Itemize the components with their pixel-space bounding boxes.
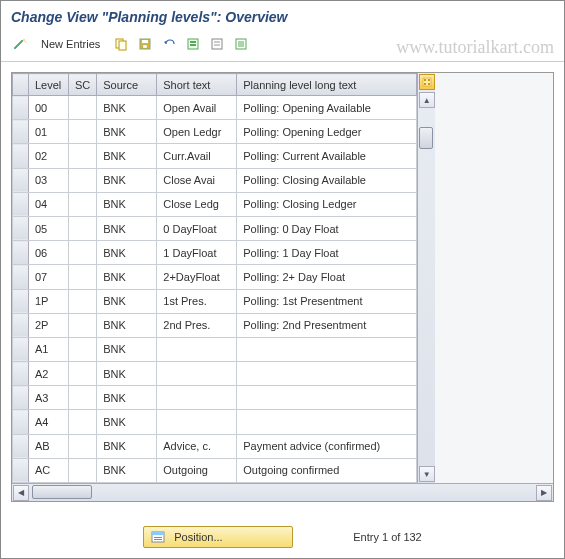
cell-sc[interactable] — [69, 337, 97, 361]
cell-level[interactable]: 07 — [29, 265, 69, 289]
cell-source[interactable]: BNK — [97, 313, 157, 337]
scroll-thumb-vertical[interactable] — [419, 127, 433, 149]
cell-long[interactable]: Polling: 1 Day Float — [237, 241, 417, 265]
row-selector-header[interactable] — [13, 74, 29, 96]
cell-short[interactable]: 1st Pres. — [157, 289, 237, 313]
cell-source[interactable]: BNK — [97, 362, 157, 386]
row-selector[interactable] — [13, 241, 29, 265]
cell-long[interactable]: Outgoing confirmed — [237, 458, 417, 482]
table-row[interactable]: 04BNKClose LedgPolling: Closing Ledger — [13, 192, 417, 216]
cell-short[interactable]: Open Ledgr — [157, 120, 237, 144]
cell-source[interactable]: BNK — [97, 144, 157, 168]
cell-sc[interactable] — [69, 289, 97, 313]
row-selector[interactable] — [13, 144, 29, 168]
cell-source[interactable]: BNK — [97, 410, 157, 434]
cell-sc[interactable] — [69, 120, 97, 144]
cell-source[interactable]: BNK — [97, 216, 157, 240]
cell-long[interactable]: Polling: Opening Available — [237, 96, 417, 120]
cell-level[interactable]: 2P — [29, 313, 69, 337]
table-row[interactable]: ABBNKAdvice, c.Payment advice (confirmed… — [13, 434, 417, 458]
table-row[interactable]: 02BNKCurr.AvailPolling: Current Availabl… — [13, 144, 417, 168]
cell-level[interactable]: 06 — [29, 241, 69, 265]
cell-sc[interactable] — [69, 434, 97, 458]
list-icon[interactable] — [232, 35, 250, 53]
table-row[interactable]: 05BNK0 DayFloatPolling: 0 Day Float — [13, 216, 417, 240]
cell-short[interactable] — [157, 410, 237, 434]
cell-short[interactable]: 2+DayFloat — [157, 265, 237, 289]
cell-long[interactable] — [237, 410, 417, 434]
scroll-right-icon[interactable]: ▶ — [536, 485, 552, 501]
cell-level[interactable]: A1 — [29, 337, 69, 361]
row-selector[interactable] — [13, 192, 29, 216]
table-row[interactable]: A4BNK — [13, 410, 417, 434]
cell-short[interactable]: 1 DayFloat — [157, 241, 237, 265]
cell-sc[interactable] — [69, 216, 97, 240]
position-button[interactable]: Position... — [143, 526, 293, 548]
table-row[interactable]: 2PBNK2nd Pres.Polling: 2nd Presentment — [13, 313, 417, 337]
cell-short[interactable]: 0 DayFloat — [157, 216, 237, 240]
table-settings-icon[interactable] — [419, 74, 435, 90]
cell-sc[interactable] — [69, 168, 97, 192]
row-selector[interactable] — [13, 362, 29, 386]
cell-source[interactable]: BNK — [97, 434, 157, 458]
col-header-level[interactable]: Level — [29, 74, 69, 96]
table-row[interactable]: 1PBNK1st Pres.Polling: 1st Presentment — [13, 289, 417, 313]
cell-sc[interactable] — [69, 410, 97, 434]
cell-sc[interactable] — [69, 458, 97, 482]
cell-long[interactable]: Polling: Closing Available — [237, 168, 417, 192]
cell-sc[interactable] — [69, 96, 97, 120]
row-selector[interactable] — [13, 386, 29, 410]
col-header-short[interactable]: Short text — [157, 74, 237, 96]
cell-sc[interactable] — [69, 192, 97, 216]
cell-source[interactable]: BNK — [97, 289, 157, 313]
cell-level[interactable]: 1P — [29, 289, 69, 313]
cell-level[interactable]: 03 — [29, 168, 69, 192]
cell-short[interactable]: Close Avai — [157, 168, 237, 192]
scroll-down-icon[interactable]: ▼ — [419, 466, 435, 482]
col-header-source[interactable]: Source — [97, 74, 157, 96]
cell-long[interactable]: Payment advice (confirmed) — [237, 434, 417, 458]
scroll-track-horizontal[interactable] — [30, 484, 535, 501]
cell-long[interactable]: Polling: 1st Presentment — [237, 289, 417, 313]
cell-level[interactable]: A3 — [29, 386, 69, 410]
table-row[interactable]: 01BNKOpen LedgrPolling: Opening Ledger — [13, 120, 417, 144]
cell-long[interactable]: Polling: Opening Ledger — [237, 120, 417, 144]
cell-long[interactable] — [237, 362, 417, 386]
cell-short[interactable] — [157, 337, 237, 361]
cell-long[interactable]: Polling: 0 Day Float — [237, 216, 417, 240]
table-row[interactable]: ACBNKOutgoingOutgoing confirmed — [13, 458, 417, 482]
cell-short[interactable]: Curr.Avail — [157, 144, 237, 168]
row-selector[interactable] — [13, 216, 29, 240]
scroll-track-vertical[interactable] — [418, 109, 435, 465]
table-row[interactable]: A1BNK — [13, 337, 417, 361]
deselect-all-icon[interactable] — [208, 35, 226, 53]
cell-source[interactable]: BNK — [97, 386, 157, 410]
table-row[interactable]: A2BNK — [13, 362, 417, 386]
cell-level[interactable]: 04 — [29, 192, 69, 216]
cell-level[interactable]: AB — [29, 434, 69, 458]
cell-sc[interactable] — [69, 313, 97, 337]
cell-source[interactable]: BNK — [97, 120, 157, 144]
table-row[interactable]: 03BNKClose AvaiPolling: Closing Availabl… — [13, 168, 417, 192]
save-icon[interactable] — [136, 35, 154, 53]
cell-long[interactable]: Polling: 2+ Day Float — [237, 265, 417, 289]
cell-sc[interactable] — [69, 144, 97, 168]
table-row[interactable]: 06BNK1 DayFloatPolling: 1 Day Float — [13, 241, 417, 265]
table-row[interactable]: 07BNK2+DayFloatPolling: 2+ Day Float — [13, 265, 417, 289]
cell-level[interactable]: 00 — [29, 96, 69, 120]
cell-short[interactable] — [157, 386, 237, 410]
cell-level[interactable]: 02 — [29, 144, 69, 168]
new-entries-button[interactable]: New Entries — [35, 36, 106, 52]
cell-level[interactable]: A4 — [29, 410, 69, 434]
row-selector[interactable] — [13, 289, 29, 313]
row-selector[interactable] — [13, 265, 29, 289]
cell-short[interactable]: Outgoing — [157, 458, 237, 482]
cell-short[interactable] — [157, 362, 237, 386]
cell-source[interactable]: BNK — [97, 96, 157, 120]
row-selector[interactable] — [13, 313, 29, 337]
wand-icon[interactable] — [11, 35, 29, 53]
cell-sc[interactable] — [69, 386, 97, 410]
cell-level[interactable]: 01 — [29, 120, 69, 144]
col-header-sc[interactable]: SC — [69, 74, 97, 96]
cell-source[interactable]: BNK — [97, 192, 157, 216]
